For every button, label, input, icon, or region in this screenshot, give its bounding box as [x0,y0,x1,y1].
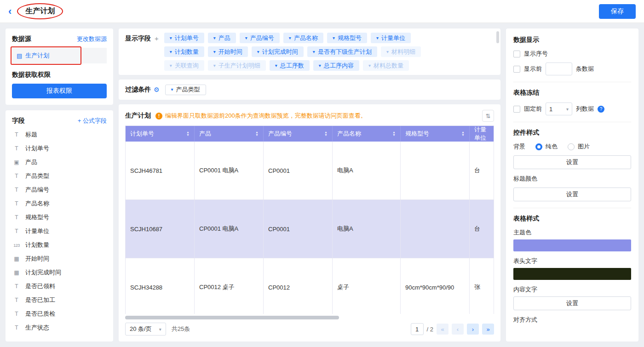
field-item[interactable]: 是否已领料 [12,279,107,293]
report-permission-button[interactable]: 报表权限 [12,84,107,98]
center-area: 显示字段 + 计划单号 产品 产品编号 产品名称 规格型号 计量单位 计划数量 … [119,28,500,341]
filter-panel: 过滤条件 产品类型 [119,80,500,100]
freeze-checkbox[interactable] [513,106,520,113]
table-row[interactable]: SCJH34288 CP0012 桌子 CP0012 桌子 90cm*90cm*… [126,258,494,314]
page-title: 生产计划 [25,7,55,15]
sort-icon[interactable]: ▲▼ [255,131,259,137]
theme-color-label: 主题色 [513,228,631,237]
background-set-button[interactable]: 设置 [513,155,631,169]
field-item[interactable]: 产品 [12,155,107,169]
field-item[interactable]: 开始时间 [12,252,107,266]
chevron-down-icon [333,36,335,40]
field-item[interactable]: 是否已质检 [12,307,107,321]
datasource-panel: 数据源 更改数据源 生产计划 数据获取权限 报表权限 [6,28,113,105]
add-formula-field-link[interactable]: + 公式字段 [78,117,107,125]
field-chip[interactable]: 材料总数量 [363,60,409,71]
field-chip[interactable]: 计划单号 [164,33,204,43]
field-chip[interactable]: 计划完成时间 [252,46,304,57]
show-first-checkbox[interactable] [513,66,520,73]
field-chip[interactable]: 计量单位 [371,33,411,43]
field-chip[interactable]: 产品名称 [283,33,323,43]
chevron-down-icon [376,36,379,40]
sort-order-icon[interactable] [482,110,494,122]
field-chip[interactable]: 开始时间 [208,46,248,57]
column-header[interactable]: 计划单号▲▼ [126,126,195,142]
save-button[interactable]: 保存 [599,4,636,19]
chevron-down-icon [245,36,247,40]
vertical-scrollbar[interactable] [496,31,499,43]
sort-icon[interactable]: ▲▼ [324,131,328,137]
chevron-down-icon [289,36,291,40]
sort-icon[interactable]: ▲▼ [461,131,465,137]
table-row[interactable]: SCJH10687 CP0001 电脑A CP0001 电脑A 台 [126,200,494,258]
first-page-button[interactable] [437,324,448,335]
filter-chip[interactable]: 产品类型 [165,85,206,95]
theme-color-swatch[interactable] [513,239,631,251]
sort-icon[interactable]: ▲▼ [392,131,396,137]
field-item[interactable]: 规格型号 [12,210,107,224]
field-list: 标题 计划单号 产品 产品类型 产品编号 产品名称 规格型号 计量单位 计划数量… [12,128,107,335]
field-item[interactable]: 计划单号 [12,142,107,155]
table-row[interactable]: SCJH46781 CP0001 电脑A CP0001 电脑A 台 [126,142,494,200]
field-item[interactable]: 计划完成时间 [12,266,107,279]
field-chip[interactable]: 总工序数 [270,60,310,71]
change-datasource-link[interactable]: 更改数据源 [77,35,107,43]
image-radio[interactable]: 图片 [568,142,590,151]
show-first-label: 显示前 [524,65,542,73]
add-display-field-button[interactable]: + [155,34,159,42]
horizontal-scrollbar-track [125,316,494,319]
table-cell: 台 [470,200,494,258]
content-text-set-button[interactable]: 设置 [513,296,631,310]
field-chip[interactable]: 总工序内容 [313,60,359,71]
background-label: 背景 [513,142,525,151]
column-header[interactable]: 产品▲▼ [195,126,264,142]
field-item[interactable]: 产品名称 [12,197,107,210]
page-size-select[interactable]: 20 条/页 [125,323,166,336]
datasource-item-label: 生产计划 [25,51,49,60]
horizontal-scrollbar[interactable] [125,316,339,319]
field-item[interactable]: 计划数量 [12,238,107,252]
show-index-checkbox[interactable] [513,51,520,57]
field-chip[interactable]: 产品 [208,33,236,43]
sort-icon[interactable]: ▲▼ [186,131,190,137]
next-page-button[interactable] [467,324,479,335]
preview-title: 生产计划 [125,112,151,120]
total-count: 共25条 [172,325,190,333]
back-icon[interactable] [8,6,12,17]
last-page-button[interactable] [482,324,494,335]
field-chip[interactable]: 关联查询 [164,60,204,71]
chevron-down-icon [386,50,389,54]
datasource-item[interactable]: 生产计划 [12,48,107,63]
column-header[interactable]: 产品名称▲▼ [333,126,401,142]
date-field-icon [12,269,21,276]
row-limit-input[interactable] [546,63,572,75]
column-header[interactable]: 规格型号▲▼ [401,126,470,142]
gear-icon[interactable] [154,86,160,93]
help-icon[interactable] [598,106,604,113]
preview-notice: 编辑界面只取数据源前200条作为查询数据预览，完整数据请访问页面查看。 [155,112,477,120]
field-item[interactable]: 计量单位 [12,224,107,238]
field-chip[interactable]: 子生产计划明细 [208,60,266,71]
field-chip[interactable]: 材料明细 [381,46,421,57]
total-pages: / 2 [427,326,433,333]
field-item[interactable]: 标题 [12,128,107,142]
freeze-count-select[interactable]: 1 [546,102,572,115]
previous-page-button[interactable] [452,324,464,335]
header-text-color-swatch[interactable] [513,268,631,280]
field-chip[interactable]: 计划数量 [164,46,204,57]
field-item[interactable]: 是否已加工 [12,293,107,307]
field-item[interactable]: 生产状态 [12,321,107,335]
field-chip[interactable]: 规格型号 [327,33,367,43]
column-header[interactable]: 产品编号▲▼ [264,126,333,142]
field-chip[interactable]: 产品编号 [240,33,280,43]
field-chip[interactable]: 是否有下级生产计划 [307,46,377,57]
display-field-chips: 计划单号 产品 产品编号 产品名称 规格型号 计量单位 计划数量 开始时间 计划… [164,33,421,71]
column-header[interactable]: 计量单位 [470,126,494,142]
table-cell: CP0001 [264,200,333,258]
page-number-input[interactable]: 1 [411,323,424,335]
field-item[interactable]: 产品类型 [12,169,107,183]
solid-color-radio[interactable]: 纯色 [535,142,558,151]
field-item[interactable]: 产品编号 [12,183,107,197]
freeze-suffix: 列数据 [576,105,594,113]
title-color-set-button[interactable]: 设置 [513,188,631,201]
